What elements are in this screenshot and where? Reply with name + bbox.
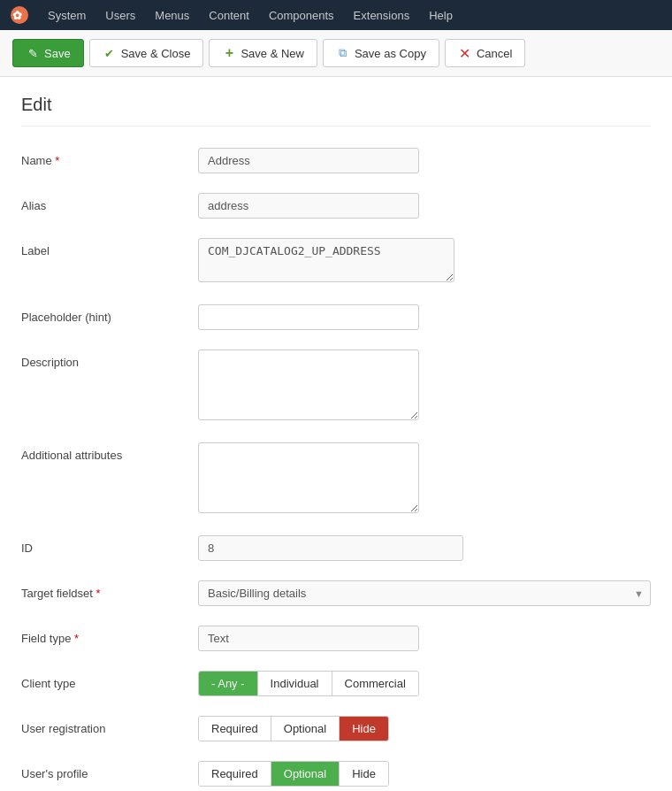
user-registration-optional[interactable]: Optional: [271, 717, 340, 741]
description-field: [198, 349, 651, 423]
content-area: Edit Name * Alias Label Placeholder (hin…: [0, 77, 672, 791]
copy-icon: ⧉: [336, 46, 350, 60]
placeholder-label: Placeholder (hint): [21, 304, 198, 324]
client-type-individual[interactable]: Individual: [258, 672, 332, 695]
id-input[interactable]: [198, 535, 463, 561]
client-type-row: Client type - Any - Individual Commercia…: [21, 671, 651, 700]
target-fieldset-label: Target fieldset *: [21, 580, 198, 600]
additional-attributes-field: [198, 442, 651, 516]
toolbar: ✎ Save ✔ Save & Close + Save & New ⧉ Sav…: [0, 30, 672, 77]
additional-attributes-textarea[interactable]: [198, 442, 419, 513]
navbar: ✿ System Users Menus Content Components …: [0, 0, 672, 30]
save-new-button[interactable]: + Save & New: [209, 39, 317, 67]
field-type-label: Field type *: [21, 626, 198, 645]
label-textarea[interactable]: [198, 238, 454, 282]
users-profile-row: User's profile Required Optional Hide: [21, 761, 651, 790]
label-field: [198, 238, 651, 285]
target-fieldset-row: Target fieldset * Basic/Billing details …: [21, 580, 651, 610]
users-profile-hide[interactable]: Hide: [340, 762, 388, 786]
name-row: Name *: [21, 148, 651, 177]
users-profile-field: Required Optional Hide: [198, 761, 651, 787]
client-type-button-group: - Any - Individual Commercial: [198, 671, 419, 696]
user-registration-field: Required Optional Hide: [198, 716, 651, 741]
save-button[interactable]: ✎ Save: [12, 39, 84, 67]
description-row: Description: [21, 349, 651, 426]
alias-input[interactable]: [198, 193, 419, 219]
cancel-button[interactable]: ✕ Cancel: [445, 39, 525, 67]
name-field: [198, 148, 651, 173]
user-registration-label: User registration: [21, 716, 198, 735]
user-registration-required[interactable]: Required: [199, 717, 271, 741]
client-type-any[interactable]: - Any -: [199, 672, 258, 695]
save-icon: ✎: [26, 46, 40, 60]
nav-components[interactable]: Components: [260, 4, 343, 27]
svg-text:✿: ✿: [12, 9, 22, 22]
field-type-row: Field type *: [21, 626, 651, 655]
client-type-field: - Any - Individual Commercial: [198, 671, 651, 696]
users-profile-label: User's profile: [21, 761, 198, 780]
users-profile-required[interactable]: Required: [199, 762, 271, 786]
name-label: Name *: [21, 148, 198, 167]
check-icon: ✔: [103, 46, 117, 60]
nav-content[interactable]: Content: [200, 4, 258, 27]
target-fieldset-required-star: *: [96, 587, 101, 600]
description-textarea[interactable]: [198, 349, 419, 420]
client-type-commercial[interactable]: Commercial: [332, 672, 418, 695]
additional-attributes-label: Additional attributes: [21, 442, 198, 462]
name-input[interactable]: [198, 148, 419, 173]
description-label: Description: [21, 349, 198, 369]
field-type-input[interactable]: [198, 626, 419, 651]
target-fieldset-select[interactable]: Basic/Billing details: [198, 580, 651, 606]
nav-users[interactable]: Users: [96, 4, 144, 27]
users-profile-button-group: Required Optional Hide: [198, 761, 389, 787]
save-copy-button[interactable]: ⧉ Save as Copy: [323, 39, 439, 67]
nav-help[interactable]: Help: [420, 4, 462, 27]
field-type-required-star: *: [74, 632, 79, 645]
alias-label: Alias: [21, 193, 198, 212]
joomla-logo: ✿: [7, 3, 32, 27]
alias-row: Alias: [21, 193, 651, 222]
placeholder-row: Placeholder (hint): [21, 304, 651, 334]
page-title: Edit: [21, 95, 651, 127]
placeholder-field: [198, 304, 651, 330]
additional-attributes-row: Additional attributes: [21, 442, 651, 519]
label-label: Label: [21, 238, 198, 257]
users-profile-optional[interactable]: Optional: [271, 762, 340, 786]
client-type-label: Client type: [21, 671, 198, 690]
x-icon: ✕: [458, 46, 472, 60]
id-field: [198, 535, 651, 561]
user-registration-row: User registration Required Optional Hide: [21, 716, 651, 745]
nav-system[interactable]: System: [39, 4, 95, 27]
field-type-field: [198, 626, 651, 651]
placeholder-input[interactable]: [198, 304, 419, 330]
user-registration-button-group: Required Optional Hide: [198, 716, 389, 741]
save-close-button[interactable]: ✔ Save & Close: [89, 39, 204, 67]
nav-menus[interactable]: Menus: [146, 4, 198, 27]
name-required-star: *: [55, 154, 59, 167]
nav-extensions[interactable]: Extensions: [345, 4, 419, 27]
user-registration-hide[interactable]: Hide: [340, 717, 388, 741]
id-row: ID: [21, 535, 651, 564]
alias-field: [198, 193, 651, 219]
id-label: ID: [21, 535, 198, 555]
label-row: Label: [21, 238, 651, 288]
plus-icon: +: [222, 46, 236, 60]
target-fieldset-field: Basic/Billing details ▼: [198, 580, 651, 606]
